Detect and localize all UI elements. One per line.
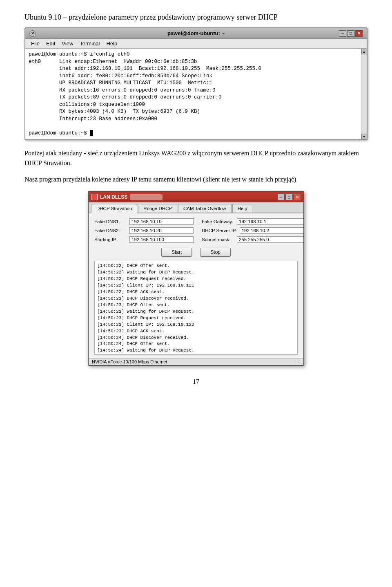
lan-label-subnet-mask: Subnet mask: xyxy=(202,237,234,242)
tab-cam-table-overflow[interactable]: CAM Table Overflow xyxy=(178,204,232,213)
lan-label-starting-ip: Starting IP: xyxy=(94,237,127,242)
log-line: [14:50:23] DHCP Discover received. xyxy=(97,296,295,302)
lan-buttons-row: Start Stop xyxy=(94,248,298,257)
terminal-cursor xyxy=(90,130,93,136)
terminal-menu-edit[interactable]: Edit xyxy=(43,40,58,47)
stop-button[interactable]: Stop xyxy=(200,248,231,257)
terminal-scrollbar[interactable]: ▲ ▼ xyxy=(361,49,367,139)
lan-body: Fake DNS1: Fake Gateway: Fake DNS2: DHCP… xyxy=(89,213,303,358)
lan-form-grid: Fake DNS1: Fake Gateway: Fake DNS2: DHCP… xyxy=(94,218,298,243)
lan-field-fake-dns1: Fake DNS1: xyxy=(94,218,194,225)
log-line: [14:50:24] DHCP Discover received. xyxy=(97,335,295,341)
lan-maximize-btn[interactable]: □ xyxy=(285,194,293,200)
terminal-content-area: pawel@dom-ubuntu:~$ ifconfig eth0 eth0 L… xyxy=(25,49,367,139)
lan-close-btn[interactable]: ✕ xyxy=(294,194,301,200)
lan-titlebar: LAN DLLSS ─ □ ✕ xyxy=(89,192,303,202)
terminal-menubar: File Edit View Terminal Help xyxy=(25,39,367,49)
log-line: [14:50:22] DHCP ACK sent. xyxy=(97,289,295,296)
lan-window: LAN DLLSS ─ □ ✕ DHCP Stravation Rouge DH… xyxy=(88,191,304,366)
tab-dhcp-stravation[interactable]: DHCP Stravation xyxy=(91,204,137,213)
lan-input-fake-gateway[interactable] xyxy=(237,218,304,225)
log-line: [14:50:24] DHCP Request received. xyxy=(97,354,295,355)
lan-label-fake-dns1: Fake DNS1: xyxy=(94,219,127,224)
terminal-body: pawel@dom-ubuntu:~$ ifconfig eth0 eth0 L… xyxy=(25,49,367,139)
log-line: [14:50:23] DHCP Request received. xyxy=(97,315,295,322)
lan-log-area[interactable]: [14:50:22] DHCP Offer sent. [14:50:22] W… xyxy=(94,261,298,355)
lan-field-starting-ip: Starting IP: xyxy=(94,236,194,243)
tab-help[interactable]: Help xyxy=(232,204,253,213)
terminal-menu-terminal[interactable]: Terminal xyxy=(76,40,103,47)
lan-label-dhcp-server-ip: DHCP Server IP: xyxy=(202,228,237,233)
terminal-menu-file[interactable]: File xyxy=(28,40,43,47)
lan-titlebar-blurred xyxy=(130,194,163,200)
terminal-window: ✕ pawel@dom-ubuntu: ~ ─ □ ✕ File Edit Vi… xyxy=(24,27,368,140)
terminal-text: pawel@dom-ubuntu:~$ ifconfig eth0 eth0 L… xyxy=(29,51,359,137)
lan-field-fake-gateway: Fake Gateway: xyxy=(202,218,304,225)
lan-statusbar-icon: ··· xyxy=(296,359,300,364)
terminal-minimize-icon[interactable]: ─ xyxy=(339,30,346,37)
lan-input-fake-dns1[interactable] xyxy=(129,218,194,225)
log-line: [14:50:22] DHCP Offer sent. xyxy=(97,263,295,269)
terminal-maximize-icon[interactable]: □ xyxy=(347,30,354,37)
terminal-close-btn[interactable]: ✕ xyxy=(355,30,363,37)
lan-field-dhcp-server-ip: DHCP Server IP: xyxy=(202,227,304,234)
lan-field-subnet-mask: Subnet mask: xyxy=(202,236,304,243)
lan-input-fake-dns2[interactable] xyxy=(129,227,194,234)
lan-titlebar-left: LAN DLLSS xyxy=(91,194,163,200)
scrollbar-up-arrow[interactable]: ▲ xyxy=(361,49,367,54)
terminal-menu-view[interactable]: View xyxy=(58,40,76,47)
lan-title-text: LAN DLLSS xyxy=(100,194,127,200)
log-line: [14:50:22] Waiting for DHCP Request. xyxy=(97,269,295,276)
terminal-close-icon[interactable]: ✕ xyxy=(29,30,36,37)
log-line: [14:50:23] Waiting for DHCP Request. xyxy=(97,309,295,315)
lan-wm-buttons: ─ □ ✕ xyxy=(277,194,301,200)
tab-rouge-dhcp[interactable]: Rouge DHCP xyxy=(138,204,177,213)
log-line: [14:50:23] Client IP: 192.168.10.122 xyxy=(97,322,295,328)
log-line: [14:50:23] DHCP Offer sent. xyxy=(97,302,295,309)
log-line: [14:50:22] Client IP: 192.168.10.121 xyxy=(97,282,295,289)
log-line: [14:50:24] DHCP Offer sent. xyxy=(97,341,295,347)
log-line: [14:50:24] Waiting for DHCP Request. xyxy=(97,347,295,354)
page-number: 17 xyxy=(24,378,368,385)
log-line: [14:50:22] DHCP Request received. xyxy=(97,276,295,282)
body-text-1: Poniżej atak nieudany - sieć z urządzeni… xyxy=(24,148,368,168)
scrollbar-down-arrow[interactable]: ▼ xyxy=(361,134,367,139)
terminal-title-text: pawel@dom-ubuntu: ~ xyxy=(167,30,225,36)
page-title: Ubuntu 9.10 – przydzielone parametry prz… xyxy=(24,12,368,22)
terminal-wm-buttons: ✕ xyxy=(29,30,36,37)
terminal-wm-buttons-right: ─ □ ✕ xyxy=(339,30,363,37)
lan-statusbar-text: NVIDIA nForce 10/100 Mbps Ethernet xyxy=(92,359,167,364)
lan-minimize-btn[interactable]: ─ xyxy=(277,194,285,200)
lan-input-subnet-mask[interactable] xyxy=(237,236,304,243)
body-text-2: Nasz program przydziela kolejne adresy I… xyxy=(24,175,368,184)
terminal-titlebar: ✕ pawel@dom-ubuntu: ~ ─ □ ✕ xyxy=(25,28,367,39)
lan-label-fake-gateway: Fake Gateway: xyxy=(202,219,234,224)
lan-input-starting-ip[interactable] xyxy=(129,236,194,243)
lan-tabbar: DHCP Stravation Rouge DHCP CAM Table Ove… xyxy=(89,202,303,213)
terminal-menu-help[interactable]: Help xyxy=(103,40,120,47)
log-line: [14:50:23] DHCP ACK sent. xyxy=(97,328,295,335)
lan-field-fake-dns2: Fake DNS2: xyxy=(94,227,194,234)
lan-input-dhcp-server-ip[interactable] xyxy=(240,227,304,234)
lan-label-fake-dns2: Fake DNS2: xyxy=(94,228,127,233)
lan-app-icon xyxy=(91,194,98,200)
lan-statusbar: NVIDIA nForce 10/100 Mbps Ethernet ··· xyxy=(89,358,303,365)
start-button[interactable]: Start xyxy=(161,248,192,257)
